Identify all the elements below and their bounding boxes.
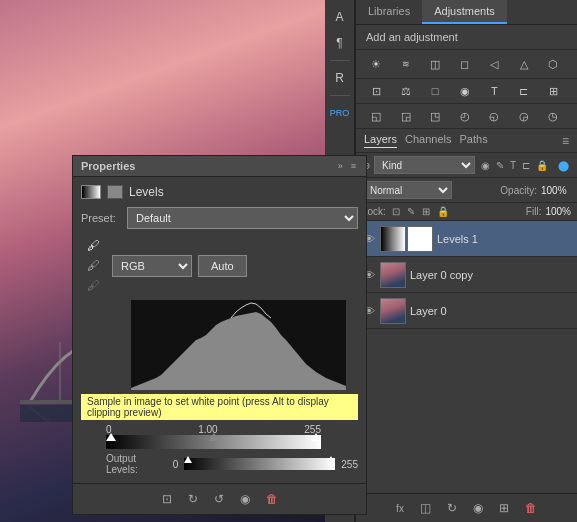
tooltip-bar: Sample in image to set white point (pres… (81, 394, 358, 420)
input-gradient-slider[interactable] (106, 435, 321, 449)
layer-name-copy: Layer 0 copy (410, 269, 571, 281)
filter-type-icon[interactable]: T (508, 159, 518, 172)
adj-7[interactable]: ◷ (541, 106, 565, 126)
tab-paths[interactable]: Paths (460, 133, 488, 148)
layers-filter-row: ⊕ Kind Type Name ◉ ✎ T ⊏ 🔒 ⬤ (356, 153, 577, 178)
highlight-slider[interactable] (311, 433, 321, 441)
opacity-value[interactable]: 100% (541, 185, 571, 196)
filter-adjustment-icon[interactable]: ✎ (494, 159, 506, 172)
opacity-label: Opacity: (500, 185, 537, 196)
adj-pattern[interactable]: ◴ (453, 106, 477, 126)
lock-icons: ⊡ ✎ ⊞ 🔒 (390, 205, 451, 218)
props-footer-btn-1[interactable]: ⊡ (158, 490, 176, 508)
blend-mode-select[interactable]: Normal Multiply Screen (362, 181, 452, 199)
properties-header: Properties » ≡ (73, 156, 366, 177)
tool-type[interactable]: A (329, 6, 351, 28)
eyedropper-tools: 🖋 🖋 🖋 (81, 237, 106, 294)
lock-transparent[interactable]: ⊡ (390, 205, 402, 218)
properties-content: Levels Preset: Default Custom 🖋 🖋 🖋 RGB … (73, 177, 366, 483)
new-group-btn[interactable]: ↻ (443, 499, 461, 517)
add-mask-btn[interactable]: ◫ (416, 499, 435, 517)
add-fx-btn[interactable]: fx (392, 499, 408, 517)
adj-levels[interactable]: ≋ (394, 54, 418, 74)
filter-type-icons: ◉ ✎ T ⊏ 🔒 ⬤ (479, 159, 571, 172)
channel-select[interactable]: RGB Red Green Blue (112, 255, 192, 277)
adj-6[interactable]: ◶ (512, 106, 536, 126)
lock-position[interactable]: ⊞ (420, 205, 432, 218)
adj-gradient[interactable]: ◱ (364, 106, 388, 126)
adj-exposure[interactable]: ◻ (453, 54, 477, 74)
layer-name-base: Layer 0 (410, 305, 571, 317)
kind-select[interactable]: Kind Type Name (374, 156, 475, 174)
lock-all[interactable]: 🔒 (435, 205, 451, 218)
adj-invert[interactable]: T (482, 81, 506, 101)
adj-5[interactable]: ◵ (482, 106, 506, 126)
new-layer-btn[interactable]: ⊞ (495, 499, 513, 517)
properties-menu-btn[interactable]: ≡ (349, 160, 358, 172)
tab-adjustments[interactable]: Adjustments (422, 0, 507, 24)
tab-layers[interactable]: Layers (364, 133, 397, 148)
delete-layer-btn[interactable]: 🗑 (521, 499, 541, 517)
tab-libraries[interactable]: Libraries (356, 0, 422, 24)
eyedropper-gray[interactable]: 🖋 (81, 257, 106, 274)
levels-camera-icon (107, 185, 123, 199)
filter-shape-icon[interactable]: ⊏ (520, 159, 532, 172)
adj-posterize[interactable]: ⊏ (512, 81, 536, 101)
adj-threshold[interactable]: ⊞ (541, 81, 565, 101)
layer-thumb-base (380, 298, 406, 324)
props-footer-btn-5[interactable]: 🗑 (262, 490, 282, 508)
props-footer-btn-4[interactable]: ◉ (236, 490, 254, 508)
shadow-slider[interactable] (106, 433, 116, 441)
properties-collapse-btn[interactable]: » (336, 160, 345, 172)
auto-button[interactable]: Auto (198, 255, 247, 277)
top-tabs: Libraries Adjustments (356, 0, 577, 25)
tool-paragraph[interactable]: ¶ (329, 32, 351, 54)
layer-item-copy[interactable]: 👁 Layer 0 copy (356, 257, 577, 293)
fill-value[interactable]: 100% (545, 206, 571, 217)
preset-label: Preset: (81, 212, 121, 224)
filter-pixel-icon[interactable]: ◉ (479, 159, 492, 172)
tool-r[interactable]: R (329, 67, 351, 89)
fill-row: Fill: 100% (526, 206, 571, 217)
adj-photofilter[interactable]: ⚖ (394, 81, 418, 101)
layer-thumbs-base (380, 298, 406, 324)
adj-solidcolor[interactable]: ◳ (423, 106, 447, 126)
adj-selectivecolor[interactable]: ◲ (394, 106, 418, 126)
right-panel: Libraries Adjustments Add an adjustment … (355, 0, 577, 522)
layer-item-base[interactable]: 👁 Layer 0 (356, 293, 577, 329)
eyedropper-black[interactable]: 🖋 (81, 237, 106, 254)
histogram-svg (131, 300, 346, 390)
tool-pro[interactable]: PRO (329, 102, 351, 124)
adj-hsl[interactable]: △ (512, 54, 536, 74)
midtone-slider[interactable] (209, 433, 219, 441)
tab-channels[interactable]: Channels (405, 133, 451, 148)
preset-row: Preset: Default Custom (81, 207, 358, 229)
layers-panel-menu[interactable]: ≡ (562, 134, 569, 148)
layer-thumbs-copy (380, 262, 406, 288)
layers-footer: fx ◫ ↻ ◉ ⊞ 🗑 (356, 493, 577, 522)
adj-vibrance[interactable]: ◁ (482, 54, 506, 74)
adj-curves[interactable]: ◫ (423, 54, 447, 74)
output-min: 0 (173, 459, 179, 470)
adj-bw[interactable]: ⊡ (364, 81, 388, 101)
new-fill-btn[interactable]: ◉ (469, 499, 487, 517)
histogram-container (106, 300, 358, 390)
adj-colorlookup[interactable]: ◉ (453, 81, 477, 101)
adj-brightness[interactable]: ☀ (364, 54, 388, 74)
opacity-row: Opacity: 100% (456, 185, 571, 196)
output-shadow-thumb[interactable] (184, 456, 192, 463)
layer-item-levels1[interactable]: 👁 Levels 1 (356, 221, 577, 257)
eyedropper-white[interactable]: 🖋 (81, 277, 106, 294)
output-levels-row: Output Levels: 0 255 (106, 453, 358, 475)
output-label: Output Levels: (106, 453, 167, 475)
props-footer-btn-3[interactable]: ↺ (210, 490, 228, 508)
lock-image[interactable]: ✎ (405, 205, 417, 218)
filter-toggle[interactable]: ⬤ (556, 159, 571, 172)
adj-colorbalance[interactable]: ⬡ (541, 54, 565, 74)
output-highlight-thumb[interactable] (327, 456, 335, 463)
props-footer-btn-2[interactable]: ↻ (184, 490, 202, 508)
output-gradient-slider[interactable] (184, 458, 335, 470)
adj-channelmixer[interactable]: □ (423, 81, 447, 101)
filter-smart-icon[interactable]: 🔒 (534, 159, 550, 172)
preset-select[interactable]: Default Custom (127, 207, 358, 229)
